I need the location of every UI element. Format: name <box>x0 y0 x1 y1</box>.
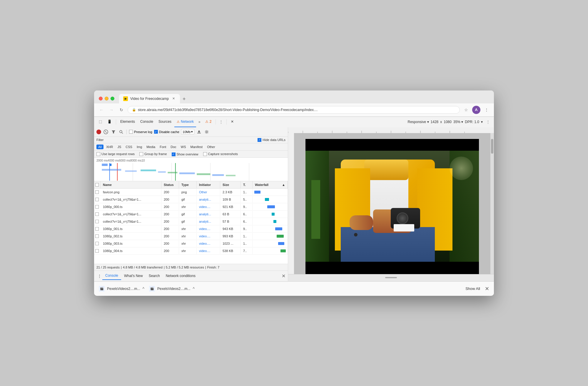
row-checkbox[interactable] <box>95 198 99 201</box>
row-checkbox[interactable] <box>95 212 99 216</box>
preserve-log-container[interactable]: Preserve log <box>129 130 152 134</box>
row-initiator[interactable]: Other <box>197 189 220 195</box>
name-column-header[interactable]: Name <box>101 181 161 188</box>
capture-screenshots-option[interactable]: Capture screenshots <box>203 152 238 156</box>
filter-other[interactable]: Other <box>205 145 217 149</box>
show-overview-checkbox[interactable]: ✓ <box>172 152 176 156</box>
tab-whats-new[interactable]: What's New <box>121 272 146 280</box>
forward-button[interactable]: → <box>108 106 115 114</box>
table-row[interactable]: collect?v=1&_v=j79&a=1... 200 gif analyt… <box>94 218 288 225</box>
right-scrollbar[interactable] <box>490 133 494 274</box>
tab-close-button[interactable]: ✕ <box>171 96 176 101</box>
zoom-selector[interactable]: 35% ▾ <box>453 120 463 124</box>
tab-network[interactable]: ⚠ Network <box>174 117 196 127</box>
timeline-chart[interactable]: 2000 ms 4000 ms 6000 ms 8000 ms 10 <box>94 158 288 181</box>
type-column-header[interactable]: Type <box>179 181 197 188</box>
row-checkbox[interactable] <box>95 190 99 194</box>
show-overview-option[interactable]: ✓ Show overview <box>172 152 198 156</box>
tab-network-conditions[interactable]: Network conditions <box>163 272 198 280</box>
use-large-rows-option[interactable]: Use large request rows <box>96 152 135 156</box>
row-initiator[interactable]: video.... <box>197 226 220 232</box>
filter-funnel-button[interactable] <box>111 129 116 135</box>
bottom-panel-menu-button[interactable]: ⋮ <box>96 273 102 279</box>
filter-doc[interactable]: Doc <box>169 145 178 149</box>
filter-media[interactable]: Media <box>145 145 157 149</box>
download-expand-1[interactable]: ^ <box>143 286 145 291</box>
maximize-button[interactable] <box>111 97 114 100</box>
table-row[interactable]: collect?v=1&_v=j79&a=1... 200 gif analyt… <box>94 211 288 218</box>
disable-cache-container[interactable]: ✓ Disable cache <box>154 130 179 134</box>
group-by-frame-option[interactable]: Group by frame <box>139 152 167 156</box>
size-column-header[interactable]: Size <box>220 181 241 188</box>
filter-xhr[interactable]: XHR <box>104 145 115 149</box>
warnings-button[interactable]: ⚠ 2 <box>203 117 214 127</box>
filter-manifest[interactable]: Manifest <box>189 145 205 149</box>
waterfall-column-header[interactable]: Waterfall ▲ <box>253 181 288 188</box>
row-initiator[interactable]: video.... <box>197 248 220 254</box>
responsive-mode-selector[interactable]: Responsive ▾ <box>408 120 429 124</box>
clear-button[interactable] <box>103 129 109 135</box>
record-button[interactable] <box>96 130 101 134</box>
table-row[interactable]: 1080p_004.ts 200 xhr video.... 538 KB 7.… <box>94 247 288 255</box>
table-row[interactable]: favicon.png 200 png Other 2.3 KB 1.. <box>94 189 288 196</box>
minimize-button[interactable] <box>105 97 108 100</box>
row-initiator[interactable]: video.... <box>197 204 220 210</box>
inspect-element-button[interactable]: ⬚ <box>96 117 104 127</box>
active-tab[interactable]: ▶ Video for Freecodecamp ✕ <box>119 94 180 103</box>
scrollbar-thumb[interactable] <box>491 139 493 154</box>
table-row[interactable]: collect?v=1&_v=j79&a=1... 200 gif analyt… <box>94 196 288 203</box>
new-tab-button[interactable]: + <box>180 95 188 103</box>
status-column-header[interactable]: Status <box>161 181 179 188</box>
table-row[interactable]: 1080p_001.ts 200 xhr video.... 943 KB 9.… <box>94 225 288 233</box>
reload-button[interactable]: ↻ <box>118 106 125 114</box>
import-har-button[interactable] <box>196 129 202 135</box>
filter-img[interactable]: Img <box>135 145 144 149</box>
more-options-button[interactable]: ⋮ <box>218 119 225 125</box>
row-checkbox[interactable] <box>95 234 99 238</box>
dpr-selector[interactable]: ▾ <box>481 120 483 124</box>
row-checkbox[interactable] <box>95 249 99 253</box>
downloads-close-button[interactable]: ✕ <box>485 286 489 292</box>
tab-search[interactable]: Search <box>146 272 163 280</box>
row-checkbox[interactable] <box>95 205 99 209</box>
close-button[interactable] <box>99 97 103 100</box>
search-network-button[interactable] <box>118 129 124 135</box>
table-row[interactable]: 1080p_002.ts 200 xhr video.... 993 KB 1.… <box>94 233 288 240</box>
filter-font[interactable]: Font <box>158 145 168 149</box>
tab-elements[interactable]: Elements <box>118 117 137 127</box>
disable-cache-checkbox[interactable]: ✓ <box>154 130 158 134</box>
network-settings-button[interactable] <box>204 129 210 135</box>
row-checkbox[interactable] <box>95 227 99 231</box>
show-all-button[interactable]: Show All <box>465 286 480 291</box>
initiator-column-header[interactable]: Initiator <box>197 181 220 188</box>
throttle-selector[interactable]: 10Mb ▾ <box>181 129 195 135</box>
avatar[interactable]: A <box>472 106 480 114</box>
hide-data-urls-container[interactable]: ✓ Hide data URLs <box>258 138 285 142</box>
hide-data-urls-checkbox[interactable]: ✓ <box>258 138 261 142</box>
row-initiator[interactable]: analyti... <box>197 196 220 203</box>
capture-screenshots-checkbox[interactable] <box>203 152 207 156</box>
close-devtools-button[interactable]: ✕ <box>228 117 236 127</box>
filter-js[interactable]: JS <box>116 145 123 149</box>
group-frame-checkbox[interactable] <box>139 152 143 156</box>
url-bar[interactable]: 🔒 store.abraia.me/05bf471cbb3f9fa9ed7857… <box>128 106 460 114</box>
table-row[interactable]: 1080p_003.ts 200 xhr video.... 1023 ... … <box>94 240 288 247</box>
tab-sources[interactable]: Sources <box>156 117 174 127</box>
large-rows-checkbox[interactable] <box>96 152 100 156</box>
time-column-header[interactable]: T. <box>241 181 253 188</box>
viewport-more-button[interactable]: ⋮ <box>485 119 492 125</box>
download-expand-2[interactable]: ^ <box>193 286 195 291</box>
row-initiator[interactable]: analyti... <box>197 211 220 217</box>
row-initiator[interactable]: video.... <box>197 240 220 247</box>
table-row[interactable]: 1080p_000.ts 200 xhr video.... 921 KB 9.… <box>94 203 288 211</box>
menu-button[interactable]: ⋮ <box>483 106 490 114</box>
filter-css[interactable]: CSS <box>124 145 134 149</box>
tab-console[interactable]: Console <box>138 117 156 127</box>
more-tabs-button[interactable]: » <box>197 119 202 125</box>
back-button[interactable]: ← <box>98 106 105 114</box>
device-toggle-button[interactable]: 📱 <box>105 117 114 127</box>
filter-ws[interactable]: WS <box>179 145 188 149</box>
row-initiator[interactable]: analyti... <box>197 218 220 225</box>
row-initiator[interactable]: video.... <box>197 233 220 239</box>
row-checkbox[interactable] <box>95 242 99 245</box>
